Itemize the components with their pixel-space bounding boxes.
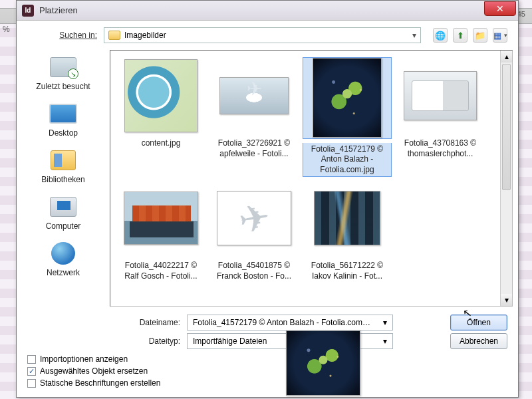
scrollbar-thumb[interactable] [502, 64, 511, 190]
scroll-up-icon[interactable]: ▴ [501, 51, 512, 63]
dialog-title: Platzieren [39, 5, 484, 15]
file-thumbnail [307, 180, 387, 257]
file-name-label: content.jpg [140, 138, 182, 149]
nav-icon-group [433, 28, 507, 43]
filetype-label: Dateityp: [27, 336, 180, 346]
thumbnail-image [124, 192, 198, 245]
file-list-area: content.jpgFotolia_32726921 © apfelweile… [110, 50, 513, 307]
file-item[interactable]: Fotolia_43708163 © thomaslerchphot... [394, 55, 487, 177]
file-name-label: Fotolia_43708163 © thomaslerchphot... [395, 138, 485, 159]
vertical-scrollbar[interactable]: ▴ ▾ [500, 51, 512, 306]
titlebar: Id Platzieren [17, 1, 518, 21]
app-badge-icon: Id [22, 5, 34, 17]
lib-icon [51, 150, 76, 170]
folder-dropdown[interactable]: Imagebilder ▾ [104, 27, 421, 43]
file-thumbnail [121, 57, 201, 134]
thumbnail-image [124, 59, 198, 132]
thumbnail-image [313, 58, 382, 138]
desktop-icon [49, 104, 77, 124]
checkbox-label: Ausgewähltes Objekt ersetzen [40, 366, 148, 376]
places-item-comp[interactable]: Computer [17, 192, 110, 237]
file-name-label: Fotolia_44022217 © Ralf Gosch - Fotoli..… [116, 261, 206, 281]
scroll-down-icon[interactable]: ▾ [501, 294, 512, 306]
thumbnail-image [219, 77, 289, 114]
filename-label: Dateiname: [27, 318, 180, 327]
file-item[interactable]: Fotolia_45401875 © Franck Boston - Fo... [207, 177, 301, 299]
file-item[interactable]: content.jpg [114, 55, 207, 177]
file-item[interactable]: Fotolia_56171222 © Iakov Kalinin - Fot..… [301, 177, 394, 299]
file-thumbnail [400, 57, 480, 134]
places-item-net[interactable]: Netzwerk [17, 239, 110, 284]
close-button[interactable] [484, 1, 516, 16]
checkbox-label: Statische Beschriftungen erstellen [40, 378, 160, 388]
file-thumbnail [303, 57, 392, 139]
places-item-desktop[interactable]: Desktop [17, 99, 110, 144]
preview-thumbnail [287, 331, 360, 395]
chevron-down-icon: ▾ [383, 318, 387, 327]
back-icon[interactable] [433, 28, 448, 43]
places-bar: Zuletzt besuchtDesktopBibliothekenComput… [17, 49, 110, 309]
filename-value: Fotolia_41572179 © Anton Balazh - Fotoli… [193, 318, 372, 327]
thumbnail-grid: content.jpgFotolia_32726921 © apfelweile… [110, 51, 500, 306]
file-thumbnail [214, 180, 294, 257]
file-name-label: Fotolia_45401875 © Franck Boston - Fo... [209, 261, 299, 281]
places-item-recent[interactable]: Zuletzt besucht [17, 53, 110, 98]
folder-name: Imagebilder [124, 31, 166, 40]
chevron-down-icon: ▾ [412, 31, 416, 40]
places-item-label: Bibliotheken [17, 175, 110, 184]
filename-field[interactable]: Fotolia_41572179 © Anton Balazh - Fotoli… [187, 315, 393, 331]
file-thumbnail [214, 57, 294, 134]
options-checkboxes: Importoptionen anzeigen Ausgewähltes Obj… [27, 354, 507, 388]
static-captions-checkbox[interactable]: Statische Beschriftungen erstellen [27, 378, 507, 388]
file-item[interactable]: Fotolia_41572179 © Anton Balazh - Fotoli… [301, 55, 394, 177]
up-one-level-icon[interactable] [453, 28, 467, 43]
file-item[interactable]: Fotolia_32726921 © apfelweile - Fotoli..… [207, 55, 301, 177]
places-item-label: Netzwerk [17, 268, 110, 277]
checkbox-icon [27, 367, 36, 376]
search-in-row: Suchen in: Imagebilder ▾ [17, 21, 518, 49]
file-name-label: Fotolia_32726921 © apfelweile - Fotoli..… [209, 138, 299, 159]
search-in-label: Suchen in: [27, 31, 97, 40]
place-dialog: Id Platzieren Suchen in: Imagebilder ▾ Z… [16, 0, 519, 398]
net-icon [51, 242, 75, 265]
checkbox-label: Importoptionen anzeigen [40, 354, 128, 364]
show-import-options-checkbox[interactable]: Importoptionen anzeigen [27, 354, 507, 364]
dialog-bottom: Dateiname: Fotolia_41572179 © Anton Bala… [17, 309, 518, 397]
filetype-value: Importfähige Dateien [193, 336, 267, 346]
recent-icon [50, 57, 76, 77]
places-item-label: Computer [17, 221, 110, 231]
folder-icon [108, 31, 120, 40]
chevron-down-icon: ▾ [383, 336, 387, 346]
file-preview [286, 331, 360, 396]
zoom-percent-label: % [3, 25, 10, 34]
thumbnail-image [404, 71, 477, 120]
file-thumbnail [121, 180, 201, 257]
file-name-label: Fotolia_41572179 © Anton Balazh - Fotoli… [303, 143, 392, 177]
file-item[interactable]: Fotolia_44022217 © Ralf Gosch - Fotoli..… [114, 177, 207, 299]
open-button[interactable]: Öffnen [450, 315, 507, 331]
cancel-button[interactable]: Abbrechen [450, 333, 507, 349]
new-folder-icon[interactable] [473, 28, 487, 43]
file-name-label: Fotolia_56171222 © Iakov Kalinin - Fot..… [302, 261, 392, 281]
thumbnail-image [217, 191, 291, 245]
places-item-lib[interactable]: Bibliotheken [17, 146, 110, 191]
places-item-label: Desktop [17, 128, 110, 138]
comp-icon [50, 197, 76, 217]
thumbnail-image [314, 191, 380, 245]
checkbox-icon [27, 379, 36, 388]
checkbox-icon [27, 355, 36, 364]
view-menu-icon[interactable] [493, 28, 507, 43]
replace-selected-checkbox[interactable]: Ausgewähltes Objekt ersetzen [27, 366, 507, 376]
places-item-label: Zuletzt besucht [17, 82, 110, 91]
